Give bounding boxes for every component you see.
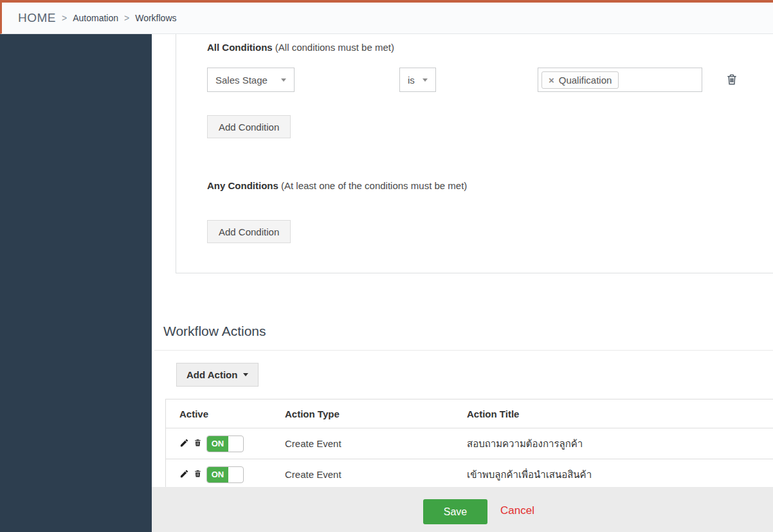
toggle-on-label: ON <box>207 467 228 482</box>
condition-operator-value: is <box>408 75 415 86</box>
delete-action-button[interactable] <box>194 438 202 449</box>
all-conditions-subtitle: (All conditions must be met) <box>275 42 394 53</box>
table-row: ON Create Event เข้าพบลูกค้าเพื่อนำเสนอส… <box>166 459 773 490</box>
remove-tag-icon[interactable]: × <box>549 75 554 86</box>
action-title-cell: เข้าพบลูกค้าเพื่อนำเสนอสินค้า <box>467 467 773 482</box>
chevron-down-icon <box>281 78 286 82</box>
trash-icon <box>725 78 738 88</box>
pencil-icon <box>179 469 189 481</box>
condition-operator-select[interactable]: is <box>399 68 436 92</box>
edit-action-button[interactable] <box>179 438 189 450</box>
active-toggle[interactable]: ON <box>206 436 244 452</box>
save-button[interactable]: Save <box>423 499 487 524</box>
any-conditions-subtitle: (At least one of the conditions must be … <box>281 180 467 191</box>
delete-condition-button[interactable] <box>725 72 738 87</box>
toggle-on-label: ON <box>207 436 228 452</box>
main-content: All Conditions (All conditions must be m… <box>152 34 773 532</box>
trash-icon <box>194 438 202 449</box>
active-toggle[interactable]: ON <box>206 466 244 483</box>
any-conditions-title: Any Conditions <box>207 180 278 191</box>
footer-action-bar: Save Cancel <box>152 487 773 532</box>
value-tag-label: Qualification <box>559 75 612 86</box>
column-header-action-title: Action Title <box>467 408 773 419</box>
action-type-cell: Create Event <box>285 469 467 480</box>
workflow-actions-title: Workflow Actions <box>163 324 266 339</box>
conditions-panel: All Conditions (All conditions must be m… <box>176 34 773 273</box>
add-action-label: Add Action <box>186 369 237 380</box>
add-condition-button-any[interactable]: Add Condition <box>207 220 291 243</box>
add-condition-button-all[interactable]: Add Condition <box>207 115 291 138</box>
chevron-right-icon: > <box>62 13 67 23</box>
all-conditions-title: All Conditions <box>207 42 273 53</box>
column-header-action-type: Action Type <box>285 408 467 419</box>
breadcrumb-home-link[interactable]: HOME <box>18 11 56 25</box>
cancel-link[interactable]: Cancel <box>500 504 534 517</box>
page: HOME > Automation > Workflows All Condit… <box>0 0 773 532</box>
chevron-down-icon <box>423 78 428 82</box>
active-cell: ON <box>179 466 285 483</box>
breadcrumb: HOME > Automation > Workflows <box>0 0 773 34</box>
edit-action-button[interactable] <box>179 469 189 481</box>
breadcrumb-item-workflows[interactable]: Workflows <box>135 13 176 23</box>
condition-field-value: Sales Stage <box>215 75 268 86</box>
condition-field-select[interactable]: Sales Stage <box>207 68 295 92</box>
section-divider <box>154 350 773 351</box>
sidebar <box>0 34 152 532</box>
pencil-icon <box>179 438 189 450</box>
value-tag: × Qualification <box>541 71 619 89</box>
trash-icon <box>194 469 202 480</box>
table-header-row: Active Action Type Action Title <box>166 399 773 428</box>
table-row: ON Create Event สอบถามความต้องการลูกค้า <box>166 428 773 459</box>
actions-table: Active Action Type Action Title <box>165 399 773 490</box>
column-header-active: Active <box>179 408 285 419</box>
active-cell: ON <box>179 436 285 452</box>
condition-value-input[interactable]: × Qualification <box>538 68 702 92</box>
action-type-cell: Create Event <box>285 438 467 449</box>
all-conditions-heading: All Conditions (All conditions must be m… <box>207 42 394 53</box>
add-action-button[interactable]: Add Action <box>176 363 259 387</box>
action-title-cell: สอบถามความต้องการลูกค้า <box>467 436 773 452</box>
delete-action-button[interactable] <box>194 469 202 480</box>
chevron-down-icon <box>243 373 248 376</box>
any-conditions-heading: Any Conditions (At least one of the cond… <box>207 180 467 191</box>
chevron-right-icon: > <box>124 13 129 23</box>
breadcrumb-item-automation[interactable]: Automation <box>73 13 118 23</box>
